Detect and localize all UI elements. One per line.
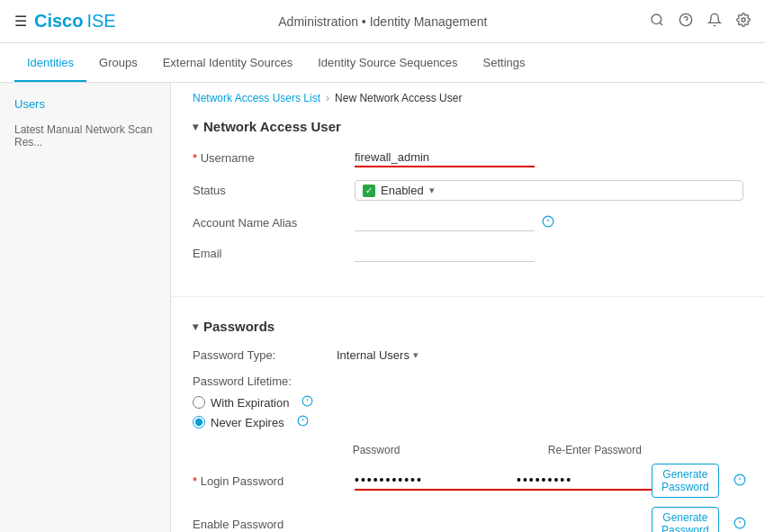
enable-password-input-wrap [355, 515, 517, 533]
status-text: Enabled [381, 184, 424, 197]
never-expires-info-icon[interactable] [297, 415, 309, 429]
with-expiration-info-icon[interactable] [302, 395, 313, 410]
account-name-alias-value [355, 213, 743, 231]
page-title: Administration • Identity Management [116, 14, 650, 29]
password-type-row: Password Type: Internal Users ▾ [193, 348, 743, 362]
breadcrumb-separator: › [326, 92, 329, 104]
main-layout: Users Latest Manual Network Scan Res... … [0, 83, 765, 532]
enable-password-btn-wrap: Generate Password [652, 507, 746, 532]
username-value [355, 149, 743, 167]
password-type-label: Password Type: [193, 348, 337, 362]
login-password-input-wrap [355, 471, 517, 491]
section-title-network-access-user: Network Access User [203, 119, 341, 134]
status-dropdown-arrow: ▾ [429, 185, 435, 196]
enable-password-row: Enable Password Generate Password [193, 507, 743, 532]
login-password-generate-button[interactable]: Generate Password [652, 464, 719, 498]
help-icon[interactable] [679, 13, 693, 31]
account-name-alias-row: Account Name Alias [193, 213, 743, 231]
username-label: * Username [193, 151, 355, 165]
password-lifetime-group: Password Lifetime: With Expiration Never… [193, 374, 743, 429]
status-dropdown[interactable]: ✓ Enabled ▾ [355, 180, 743, 201]
status-label: Status [193, 184, 355, 197]
breadcrumb-current: New Network Access User [335, 92, 462, 104]
passwords-title: Passwords [203, 319, 274, 334]
tab-identity-source-sequences[interactable]: Identity Source Sequences [305, 45, 470, 82]
top-bar-left: ☰ Cisco ISE [14, 11, 116, 32]
radio-never-expires: Never Expires [193, 415, 743, 429]
top-bar-right [650, 13, 751, 31]
username-input[interactable] [355, 149, 535, 167]
status-value: ✓ Enabled ▾ [355, 180, 743, 201]
sidebar-item-users[interactable]: Users [0, 90, 170, 118]
account-name-alias-label: Account Name Alias [193, 216, 355, 230]
with-expiration-label: With Expiration [211, 396, 289, 410]
email-input[interactable] [355, 244, 535, 262]
login-password-reenter-wrap [517, 471, 652, 491]
account-name-alias-info-icon[interactable] [542, 215, 554, 230]
enable-password-generate-button[interactable]: Generate Password [652, 507, 719, 532]
tab-settings[interactable]: Settings [471, 45, 538, 82]
never-expires-label: Never Expires [211, 416, 284, 429]
cisco-text: Cisco [34, 11, 83, 32]
enable-password-input[interactable] [355, 515, 517, 533]
tab-identities[interactable]: Identities [14, 45, 86, 82]
password-type-dropdown-arrow: ▾ [413, 349, 418, 361]
password-table-header: Password Re-Enter Password [193, 444, 743, 456]
account-name-alias-input[interactable] [355, 213, 535, 231]
search-icon[interactable] [650, 13, 664, 31]
login-password-info-icon[interactable] [734, 473, 746, 489]
password-type-select[interactable]: Internal Users ▾ [337, 348, 418, 362]
status-checkbox: ✓ [363, 185, 375, 197]
passwords-section: ▾ Passwords Password Type: Internal User… [171, 311, 765, 532]
login-password-row: * Login Password Generate Password [193, 464, 743, 498]
password-type-value: Internal Users [337, 348, 410, 362]
enable-password-info-icon[interactable] [734, 517, 746, 532]
password-table: Password Re-Enter Password * Login Passw… [193, 444, 743, 532]
hamburger-icon[interactable]: ☰ [14, 13, 27, 30]
breadcrumb-link[interactable]: Network Access Users List [193, 92, 320, 104]
pw-col-reenter: Re-Enter Password [548, 444, 743, 456]
sidebar-item-latest-scan[interactable]: Latest Manual Network Scan Res... [0, 118, 170, 154]
with-expiration-radio[interactable] [193, 396, 205, 409]
never-expires-radio[interactable] [193, 416, 205, 428]
username-required-star: * [193, 151, 201, 165]
notification-icon[interactable] [707, 13, 722, 31]
email-row: Email [193, 244, 743, 262]
network-access-user-section: ▾ Network Access User * Username Status … [171, 112, 765, 289]
login-password-required-star: * [193, 474, 201, 488]
enable-password-reenter-input[interactable] [517, 515, 652, 533]
tab-external-identity-sources[interactable]: External Identity Sources [150, 45, 306, 82]
tab-groups[interactable]: Groups [86, 45, 150, 82]
enable-password-label: Enable Password [193, 518, 355, 531]
network-access-user-header: ▾ Network Access User [193, 119, 743, 134]
cisco-logo: Cisco ISE [34, 11, 116, 32]
login-password-label: * Login Password [193, 474, 355, 488]
email-label: Email [193, 247, 355, 260]
passwords-header: ▾ Passwords [193, 319, 743, 334]
login-password-reenter-input[interactable] [517, 471, 652, 491]
svg-point-0 [652, 14, 662, 24]
svg-line-1 [660, 23, 662, 25]
collapse-icon[interactable]: ▾ [193, 121, 198, 133]
username-row: * Username [193, 149, 743, 167]
breadcrumb: Network Access Users List › New Network … [171, 83, 765, 112]
status-row: Status ✓ Enabled ▾ [193, 180, 743, 201]
ise-text: ISE [86, 11, 115, 32]
enable-password-reenter-wrap [517, 515, 652, 533]
login-password-btn-wrap: Generate Password [652, 464, 746, 498]
passwords-collapse-icon[interactable]: ▾ [193, 320, 198, 333]
section-divider [171, 296, 765, 297]
settings-icon[interactable] [736, 13, 751, 31]
content-area: Network Access Users List › New Network … [171, 83, 765, 532]
pw-col-password: Password [353, 444, 548, 456]
email-value [355, 244, 743, 262]
svg-point-4 [742, 18, 745, 22]
sidebar: Users Latest Manual Network Scan Res... [0, 83, 171, 532]
password-lifetime-label: Password Lifetime: [193, 374, 743, 388]
radio-with-expiration: With Expiration [193, 395, 743, 410]
top-bar: ☰ Cisco ISE Administration • Identity Ma… [0, 0, 765, 43]
tab-bar: Identities Groups External Identity Sour… [0, 43, 765, 83]
login-password-input[interactable] [355, 471, 517, 491]
